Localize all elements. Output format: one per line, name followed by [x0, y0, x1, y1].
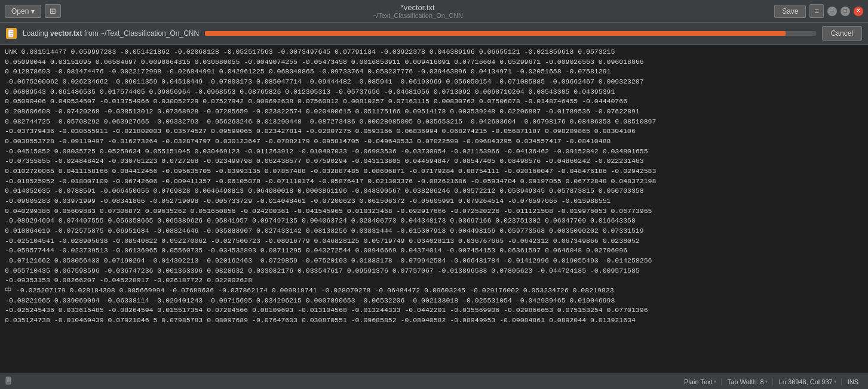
- open-caret-icon: ▾: [31, 7, 35, 16]
- menu-button[interactable]: ≡: [809, 4, 824, 18]
- open-label: Open: [11, 7, 29, 16]
- cancel-button[interactable]: Cancel: [822, 26, 862, 41]
- window-subtitle: ~/Text_Classification_On_CNN: [61, 12, 774, 19]
- statusbar-right: Plain Text ▾ Tab Width: 8 ▾ Ln 36948, Co…: [679, 378, 863, 385]
- open-button[interactable]: Open ▾: [5, 5, 41, 18]
- progress-bar-container: [205, 31, 815, 36]
- insert-mode[interactable]: INS: [843, 378, 863, 385]
- file-type-label: Plain Text: [684, 378, 713, 385]
- tab-width-caret-icon: ▾: [765, 379, 768, 384]
- loading-bar-area: Loading vector.txt from ~/Text_Classific…: [0, 23, 868, 45]
- tab-width-label: Tab Width: 8: [728, 378, 764, 385]
- maximize-button[interactable]: □: [841, 7, 850, 16]
- file-icon: ⊞: [50, 7, 56, 16]
- cursor-position-label: Ln 36948, Col 937: [779, 378, 833, 385]
- save-button[interactable]: Save: [774, 5, 806, 18]
- minimize-button[interactable]: —: [827, 7, 837, 16]
- statusbar-left: [5, 376, 13, 387]
- position-caret-icon: ▾: [834, 379, 836, 384]
- svg-rect-4: [6, 377, 11, 384]
- statusbar-file-icon: [5, 376, 13, 387]
- file-type-selector[interactable]: Plain Text ▾: [679, 378, 722, 385]
- loading-file-icon: [6, 28, 17, 39]
- progress-bar-fill: [205, 31, 785, 36]
- cursor-position[interactable]: Ln 36948, Col 937 ▾: [774, 378, 842, 385]
- file-icon-button[interactable]: ⊞: [45, 4, 61, 18]
- statusbar: Plain Text ▾ Tab Width: 8 ▾ Ln 36948, Co…: [0, 373, 868, 389]
- titlebar: Open ▾ ⊞ *vector.txt ~/Text_Classificati…: [0, 0, 868, 23]
- text-content[interactable]: UNK 0.031514477 0.059997283 -0.051421862…: [0, 45, 868, 373]
- file-type-caret-icon: ▾: [714, 379, 716, 384]
- close-button[interactable]: ×: [854, 7, 863, 16]
- titlebar-left: Open ▾ ⊞: [5, 4, 61, 18]
- loading-text: Loading vector.txt from ~/Text_Classific…: [23, 29, 199, 38]
- titlebar-right: Save ≡ — □ ×: [774, 4, 863, 18]
- insert-mode-label: INS: [848, 378, 858, 385]
- window-title: *vector.txt: [61, 3, 774, 12]
- tab-width-selector[interactable]: Tab Width: 8 ▾: [723, 378, 773, 385]
- titlebar-center: *vector.txt ~/Text_Classification_On_CNN: [61, 3, 774, 19]
